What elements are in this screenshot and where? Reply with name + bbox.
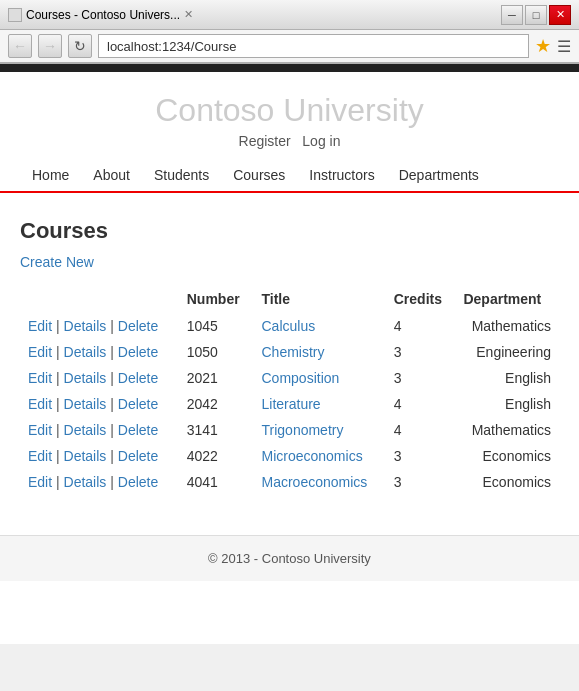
delete-link-6[interactable]: Delete [118,474,158,490]
close-button[interactable]: ✕ [549,5,571,25]
course-title-link[interactable]: Literature [262,396,321,412]
tab-close-btn[interactable]: ✕ [184,8,193,21]
course-title-link[interactable]: Chemistry [262,344,325,360]
auth-links: Register Log in [0,133,579,149]
separator: | [52,474,63,490]
restore-button[interactable]: □ [525,5,547,25]
site-title: Contoso University [0,92,579,129]
details-link-4[interactable]: Details [64,422,107,438]
course-credits: 3 [386,365,456,391]
create-new-link[interactable]: Create New [20,254,94,270]
delete-link-0[interactable]: Delete [118,318,158,334]
course-credits: 3 [386,469,456,495]
delete-link-1[interactable]: Delete [118,344,158,360]
row-actions: Edit | Details | Delete [20,313,179,339]
details-link-6[interactable]: Details [64,474,107,490]
course-number: 4041 [179,469,254,495]
refresh-button[interactable]: ↻ [68,34,92,58]
edit-link-2[interactable]: Edit [28,370,52,386]
edit-link-0[interactable]: Edit [28,318,52,334]
nav-link-about[interactable]: About [81,159,142,191]
table-row: Edit | Details | Delete3141Trigonometry4… [20,417,559,443]
course-title: Chemistry [254,339,386,365]
edit-link-5[interactable]: Edit [28,448,52,464]
separator: | [52,448,63,464]
details-link-3[interactable]: Details [64,396,107,412]
edit-link-6[interactable]: Edit [28,474,52,490]
edit-link-1[interactable]: Edit [28,344,52,360]
course-number: 1050 [179,339,254,365]
table-row: Edit | Details | Delete1050Chemistry3Eng… [20,339,559,365]
course-department: Mathematics [455,417,559,443]
course-title-link[interactable]: Microeconomics [262,448,363,464]
separator: | [52,344,63,360]
course-title-link[interactable]: Composition [262,370,340,386]
url-input[interactable] [98,34,529,58]
col-header-number: Number [179,285,254,313]
course-credits: 4 [386,417,456,443]
separator: | [106,370,117,386]
separator: | [52,370,63,386]
bookmark-icon[interactable]: ★ [535,35,551,57]
course-title-link[interactable]: Calculus [262,318,316,334]
separator: | [106,474,117,490]
page-footer: © 2013 - Contoso University [0,535,579,581]
nav-link-students[interactable]: Students [142,159,221,191]
row-actions: Edit | Details | Delete [20,417,179,443]
minimize-button[interactable]: ─ [501,5,523,25]
delete-link-4[interactable]: Delete [118,422,158,438]
course-credits: 4 [386,313,456,339]
nav-link-instructors[interactable]: Instructors [297,159,386,191]
table-row: Edit | Details | Delete2042Literature4En… [20,391,559,417]
course-number: 4022 [179,443,254,469]
course-title: Microeconomics [254,443,386,469]
page-body: Contoso University Register Log in HomeA… [0,64,579,644]
table-row: Edit | Details | Delete4022Microeconomic… [20,443,559,469]
nav-link-departments[interactable]: Departments [387,159,491,191]
details-link-0[interactable]: Details [64,318,107,334]
course-title: Composition [254,365,386,391]
menu-icon[interactable]: ☰ [557,37,571,56]
nav-link-home[interactable]: Home [20,159,81,191]
course-department: Economics [455,469,559,495]
course-credits: 3 [386,339,456,365]
tab-favicon [8,8,22,22]
course-department: English [455,365,559,391]
course-title-link[interactable]: Macroeconomics [262,474,368,490]
row-actions: Edit | Details | Delete [20,391,179,417]
dark-bar [0,64,579,72]
separator: | [52,396,63,412]
site-header: Contoso University Register Log in [0,72,579,159]
back-button[interactable]: ← [8,34,32,58]
edit-link-4[interactable]: Edit [28,422,52,438]
forward-button[interactable]: → [38,34,62,58]
details-link-2[interactable]: Details [64,370,107,386]
login-link[interactable]: Log in [302,133,340,149]
details-link-1[interactable]: Details [64,344,107,360]
nav-link-courses[interactable]: Courses [221,159,297,191]
separator: | [52,318,63,334]
register-link[interactable]: Register [239,133,291,149]
edit-link-3[interactable]: Edit [28,396,52,412]
course-number: 1045 [179,313,254,339]
main-content: Courses Create New NumberTitleCreditsDep… [0,203,579,515]
delete-link-5[interactable]: Delete [118,448,158,464]
courses-table: NumberTitleCreditsDepartment Edit | Deta… [20,285,559,495]
delete-link-2[interactable]: Delete [118,370,158,386]
col-header-title: Title [254,285,386,313]
footer-text: © 2013 - Contoso University [208,551,371,566]
col-header-department: Department [455,285,559,313]
details-link-5[interactable]: Details [64,448,107,464]
course-department: Engineering [455,339,559,365]
actions-header [20,285,179,313]
table-head: NumberTitleCreditsDepartment [20,285,559,313]
course-credits: 4 [386,391,456,417]
course-title-link[interactable]: Trigonometry [262,422,344,438]
page-heading: Courses [20,218,559,244]
course-credits: 3 [386,443,456,469]
row-actions: Edit | Details | Delete [20,469,179,495]
title-bar: Courses - Contoso Univers... ✕ ─ □ ✕ [0,0,579,30]
course-title: Trigonometry [254,417,386,443]
delete-link-3[interactable]: Delete [118,396,158,412]
row-actions: Edit | Details | Delete [20,365,179,391]
